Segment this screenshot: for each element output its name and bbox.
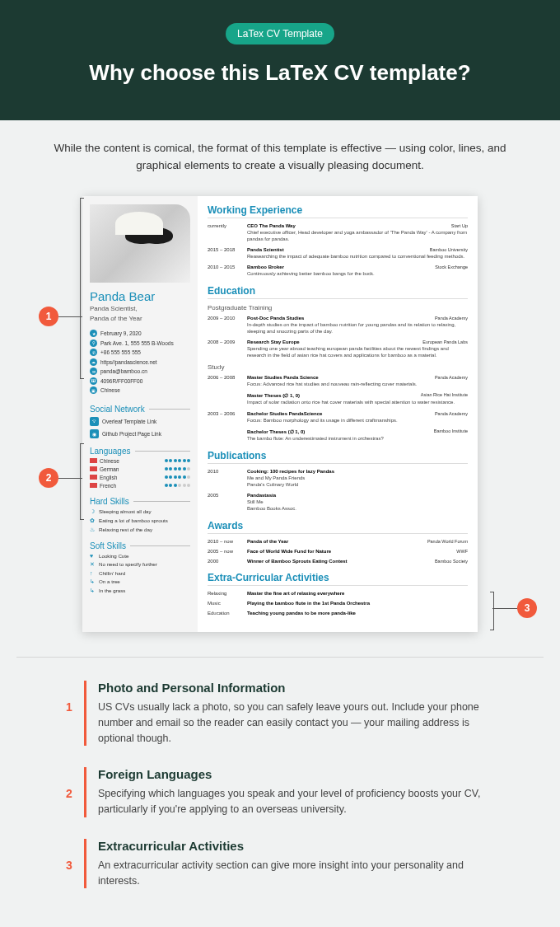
- entry-body: Bamboo BrokerStock ExchangeContinuously …: [247, 265, 468, 277]
- callout-2: 2: [39, 468, 58, 488]
- contact-row: ✆+86 555 555 555: [90, 349, 190, 356]
- entry-title: Pandastasia: [247, 493, 468, 498]
- entry: Master Theses (∅ 1, 0)Asian Rice Hat Ins…: [208, 392, 468, 405]
- entry-desc: Continuously achieving better bamboo ban…: [247, 270, 468, 277]
- language-row: English: [90, 475, 190, 480]
- contact-text: Park Ave. 1, 555 555 B-Woods: [100, 340, 174, 346]
- social-row: ◉Github Project Page Link: [90, 429, 190, 438]
- contact-text: +86 555 555 555: [100, 349, 141, 355]
- proficiency-dot: [169, 459, 172, 462]
- proficiency-dot: [183, 459, 186, 462]
- entry-title: Cooking: 100 recipes for lazy Pandas: [247, 469, 468, 474]
- entry-title: Panda of the YearPanda World Forum: [247, 539, 468, 544]
- entry-body: Teaching young pandas to be more panda-l…: [247, 611, 468, 616]
- entry-date: 2010 – now: [208, 539, 247, 544]
- contact-text: panda@bamboo.cn: [100, 368, 147, 374]
- flag-icon: [90, 475, 97, 480]
- entry-title: Teaching young pandas to be more panda-l…: [247, 611, 468, 616]
- proficiency-dot: [187, 484, 190, 487]
- entry: 2006 – 2008Master Studies Panda ScienceP…: [208, 375, 468, 387]
- callout-2-line-h: [58, 478, 82, 479]
- languages-list: ChineseGermanEnglishFrench: [90, 456, 190, 489]
- tips-section: 1Photo and Personal InformationUS CVs us…: [0, 658, 560, 927]
- flag-icon: [90, 466, 97, 471]
- proficiency-dot: [165, 459, 168, 462]
- tip-item: 3Extracurricular ActivitiesAn extracurri…: [58, 839, 502, 889]
- entry-date: [208, 392, 247, 405]
- entry-desc: Focus: Bamboo morphology and its usage i…: [247, 417, 468, 424]
- edu-list-2: 2006 – 2008Master Studies Panda ScienceP…: [208, 375, 468, 441]
- skill-row: ↳On a tree: [90, 578, 190, 585]
- skill-icon: ♨: [90, 527, 96, 533]
- entry-title: Master Studies Panda SciencePanda Academ…: [247, 375, 468, 380]
- social-row: ᯤOverleaf Template Link: [90, 417, 190, 426]
- languages-heading: Languages: [90, 447, 190, 456]
- intro-section: While the content is comical, the format…: [0, 120, 560, 190]
- proficiency-dot: [169, 484, 172, 487]
- entry-desc: The bambo flute: An underestimated instr…: [247, 435, 468, 442]
- tip-number: 3: [58, 839, 81, 889]
- contact-icon: ★: [90, 330, 97, 337]
- edu-list-1: 2009 – 2010Post-Doc Panda StudiesPanda A…: [208, 316, 468, 358]
- contact-row: ⚲Park Ave. 1, 555 555 B-Woods: [90, 339, 190, 347]
- cv-preview-wrap: 1 2 3 Panda Bear Panda Scientist, Panda …: [0, 190, 560, 658]
- entry-date: Music: [208, 601, 247, 606]
- entry-date: [208, 428, 247, 442]
- entry-org: Panda Academy: [435, 375, 468, 380]
- entry-desc: Spending one year abroad teaching europe…: [247, 345, 468, 358]
- proficiency-dot: [183, 467, 186, 471]
- skill-icon: ↑: [90, 570, 96, 576]
- awards-list: 2010 – nowPanda of the YearPanda World F…: [208, 539, 468, 564]
- entry: MusicPlaying the bamboo flute in the 1st…: [208, 601, 468, 606]
- proficiency-dot: [183, 484, 186, 487]
- entry-org: Bamboo Institute: [434, 428, 468, 434]
- proficiency-dot: [169, 475, 172, 479]
- callout-2-line-v: [80, 443, 81, 520]
- entry-body: Bachelor Studies PandaSciencePanda Acade…: [247, 411, 468, 424]
- extra-list: RelaxingMaster the fine art of relaxing …: [208, 591, 468, 616]
- entry-org: Panda Academy: [435, 411, 468, 416]
- lang-name: Chinese: [90, 458, 119, 464]
- entry-body: Panda ScientistBamboo UniversityReasearc…: [247, 247, 468, 260]
- skill-text: In the grass: [99, 588, 125, 593]
- contact-icon: ✆: [90, 349, 97, 356]
- tip-title: Photo and Personal Information: [98, 681, 502, 695]
- proficiency-dots: [165, 459, 191, 462]
- skill-row: ☽Sleeping almost all day: [90, 508, 190, 515]
- entry-body: Master Studies Panda SciencePanda Academ…: [247, 375, 468, 387]
- callout-3-line-b: [490, 630, 494, 630]
- header: LaTex CV Template Why choose this LaTeX …: [0, 0, 560, 120]
- entry-body: Master Theses (∅ 1, 0)Asian Rice Hat Ins…: [247, 392, 468, 405]
- entry-title: CEO The Panda WayStart Up: [247, 223, 468, 228]
- tip-item: 2Foreign LanguagesSpecifying which langu…: [58, 767, 502, 817]
- entry-body: Master the fine art of relaxing everywhe…: [247, 591, 468, 596]
- entry-org: Bamboo University: [430, 247, 468, 252]
- applicant-subtitle2: Panda of the Year: [90, 315, 190, 323]
- contact-icon: ⚲: [90, 339, 97, 347]
- entry-org: Stock Exchange: [435, 265, 468, 269]
- skill-text: Relaxing rest of the day: [99, 527, 152, 532]
- callout-3-line-h: [492, 608, 517, 609]
- entry-date: 2008 – 2009: [208, 339, 247, 358]
- callout-2-line-b: [80, 519, 84, 520]
- work-list: currentlyCEO The Panda WayStart UpChief …: [208, 223, 468, 277]
- contact-list: ★February 9, 2020⚲Park Ave. 1, 555 555 B…: [90, 330, 190, 396]
- callout-1-line-h: [58, 316, 82, 317]
- cv-main: Working Experience currentlyCEO The Pand…: [198, 196, 478, 633]
- proficiency-dot: [165, 484, 168, 487]
- tip-bar: [84, 767, 86, 817]
- tip-number: 2: [58, 767, 81, 817]
- skill-row: ↑Chillin' hard: [90, 570, 190, 576]
- tip-body: Extracurricular ActivitiesAn extracurric…: [98, 839, 502, 889]
- skill-row: ✕No need to specify further: [90, 561, 190, 568]
- entry: 2003 – 2006Bachelor Studies PandaScience…: [208, 411, 468, 424]
- entry-date: 2009 – 2010: [208, 316, 247, 335]
- intro-text: While the content is comical, the format…: [33, 140, 527, 175]
- cv-sidebar: Panda Bear Panda Scientist, Panda of the…: [82, 196, 198, 633]
- skill-text: Sleeping almost all day: [99, 508, 152, 514]
- lang-name: French: [90, 483, 116, 489]
- applicant-subtitle1: Panda Scientist,: [90, 305, 190, 313]
- soft-skills-heading: Soft Skills: [90, 541, 190, 550]
- entry-org: Asian Rice Hat Institute: [421, 392, 468, 398]
- contact-icon: ✉: [90, 368, 97, 375]
